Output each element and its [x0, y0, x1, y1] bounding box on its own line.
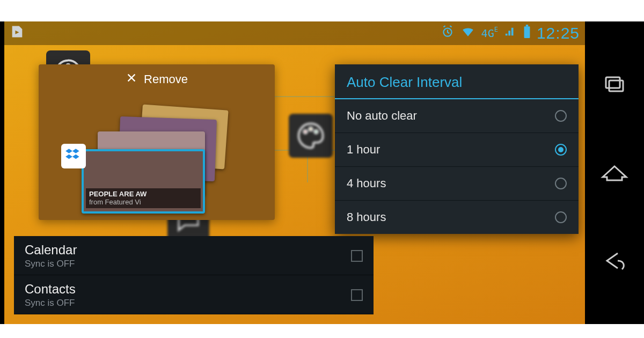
option-label: 4 hours: [347, 177, 386, 190]
auto-clear-dialog: Auto Clear Interval No auto clear 1 hour…: [335, 64, 579, 234]
signal-icon: [503, 26, 517, 41]
svg-point-9: [309, 128, 312, 131]
screen: 4GE 12:25: [4, 21, 585, 324]
video-title: PEOPLE ARE AW: [89, 190, 197, 198]
dialog-option-4-hours[interactable]: 4 hours: [335, 167, 579, 201]
sync-item-calendar[interactable]: Calendar Sync is OFF: [14, 236, 374, 275]
sync-item-subtitle: Sync is OFF: [25, 259, 77, 269]
radio-icon: [555, 211, 567, 223]
alarm-icon: [441, 25, 455, 42]
network-4g-label: 4G: [481, 27, 494, 40]
remove-panel: Remove PEOPLE ARE AW from Featured Vi: [39, 64, 275, 220]
home-button[interactable]: [599, 161, 630, 185]
palette-icon: [289, 114, 333, 158]
video-subtitle: from Featured Vi: [89, 199, 197, 206]
radio-icon: [555, 178, 567, 189]
sync-settings-panel: Calendar Sync is OFF Contacts Sync is OF…: [14, 236, 374, 314]
option-label: 8 hours: [347, 210, 386, 224]
sync-item-title: Calendar: [25, 243, 77, 258]
svg-rect-11: [606, 77, 620, 88]
sync-item-subtitle: Sync is OFF: [25, 298, 76, 308]
svg-rect-2: [526, 25, 528, 26]
back-button[interactable]: [599, 249, 630, 273]
option-label: 1 hour: [347, 143, 380, 157]
battery-icon: [523, 25, 531, 42]
close-icon: [126, 72, 137, 87]
radio-icon: [555, 144, 567, 156]
play-store-icon: [10, 24, 25, 42]
sync-item-contacts[interactable]: Contacts Sync is OFF: [14, 275, 374, 314]
remove-action[interactable]: Remove: [39, 64, 275, 94]
svg-point-10: [314, 130, 318, 134]
dialog-title: Auto Clear Interval: [335, 64, 579, 99]
svg-point-8: [304, 130, 307, 134]
device-frame: 4GE 12:25: [0, 21, 644, 324]
recent-stack[interactable]: PEOPLE ARE AW from Featured Vi: [87, 107, 237, 204]
nav-bar: [585, 21, 644, 324]
network-sub-label: E: [494, 26, 498, 33]
status-bar: 4GE 12:25: [4, 21, 585, 45]
clock: 12:25: [537, 24, 580, 42]
radio-icon: [555, 110, 567, 122]
dialog-option-1-hour[interactable]: 1 hour: [335, 133, 579, 167]
dialog-option-no-auto-clear[interactable]: No auto clear: [335, 99, 579, 133]
stack-card-front[interactable]: PEOPLE ARE AW from Featured Vi: [82, 149, 205, 214]
recents-button[interactable]: [599, 73, 630, 97]
svg-rect-1: [524, 26, 530, 38]
checkbox-icon[interactable]: [351, 289, 363, 301]
remove-label: Remove: [144, 72, 188, 86]
sync-item-title: Contacts: [25, 282, 76, 297]
dialog-option-8-hours[interactable]: 8 hours: [335, 201, 579, 234]
dropbox-icon: [61, 144, 86, 168]
wifi-icon: [460, 25, 476, 42]
option-label: No auto clear: [347, 109, 417, 123]
svg-rect-12: [609, 80, 623, 91]
network-type-label: 4GE: [481, 27, 498, 40]
checkbox-icon[interactable]: [351, 250, 363, 262]
